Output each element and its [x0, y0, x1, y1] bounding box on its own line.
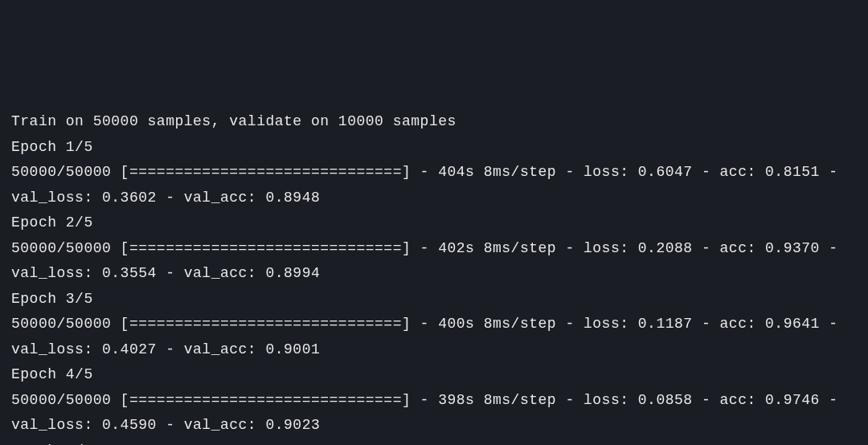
terminal-output: Train on 50000 samples, validate on 1000… — [11, 109, 857, 445]
epoch-progress-4: 50000/50000 [===========================… — [11, 388, 857, 439]
epoch-label-4: Epoch 4/5 — [11, 362, 857, 388]
epoch-label-5: Epoch 5/5 — [11, 439, 857, 446]
training-header: Train on 50000 samples, validate on 1000… — [11, 109, 857, 135]
epoch-progress-2: 50000/50000 [===========================… — [11, 236, 857, 287]
epoch-progress-3: 50000/50000 [===========================… — [11, 312, 857, 362]
epoch-label-3: Epoch 3/5 — [11, 287, 857, 312]
epoch-label-1: Epoch 1/5 — [11, 135, 857, 161]
epoch-label-2: Epoch 2/5 — [11, 210, 857, 236]
epoch-progress-1: 50000/50000 [===========================… — [11, 160, 857, 210]
